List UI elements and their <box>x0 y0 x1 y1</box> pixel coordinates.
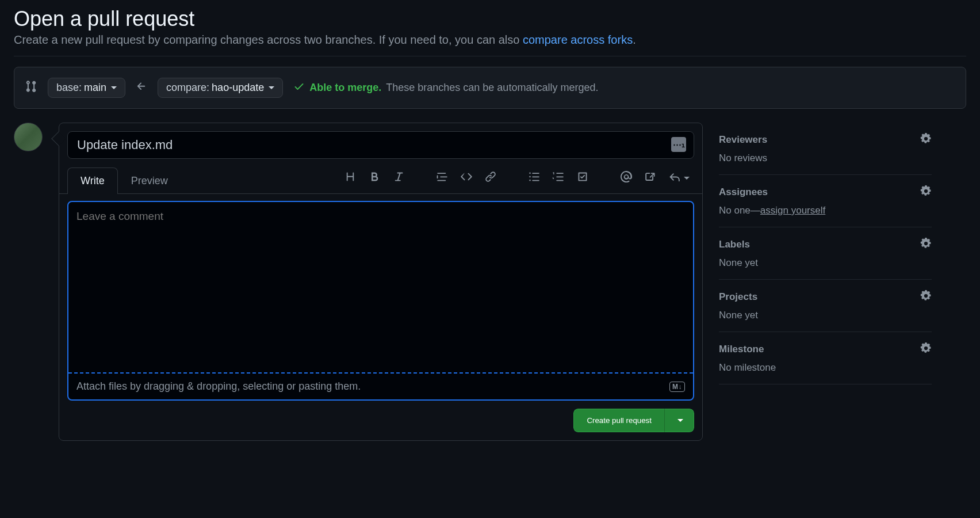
projects-section: Projects None yet <box>719 280 932 332</box>
git-compare-icon <box>25 80 37 96</box>
compare-branch-button[interactable]: compare: hao-update <box>158 78 283 98</box>
gear-icon[interactable] <box>920 342 932 356</box>
tasklist-icon[interactable] <box>577 171 588 185</box>
sidebar: Reviewers No reviews Assignees No one—as… <box>719 123 932 384</box>
avatar[interactable] <box>14 123 43 151</box>
unordered-list-icon[interactable] <box>529 171 540 185</box>
compare-forks-link[interactable]: compare across forks <box>523 33 633 46</box>
reply-icon[interactable] <box>669 171 690 185</box>
assignees-value-prefix: No one— <box>719 205 760 216</box>
create-pr-button[interactable]: Create pull request <box>573 409 664 432</box>
projects-value: None yet <box>719 310 932 321</box>
assignees-title: Assignees <box>719 186 768 198</box>
labels-title: Labels <box>719 239 750 250</box>
ordered-list-icon[interactable] <box>553 171 564 185</box>
page-subtitle: Create a new pull request by comparing c… <box>14 33 966 47</box>
labels-section: Labels None yet <box>719 227 932 280</box>
link-icon[interactable] <box>485 171 496 185</box>
gear-icon[interactable] <box>920 185 932 199</box>
comment-textarea-wrap: Attach files by dragging & dropping, sel… <box>67 201 694 401</box>
subtitle-text: Create a new pull request by comparing c… <box>14 33 523 46</box>
arrow-left-icon <box>136 81 147 95</box>
markdown-badge-icon[interactable]: M↓ <box>669 382 685 392</box>
milestone-title: Milestone <box>719 344 764 355</box>
merge-status: Able to merge. <box>309 82 381 94</box>
create-pr-dropdown-button[interactable] <box>664 409 694 432</box>
bold-icon[interactable] <box>369 171 380 185</box>
comment-textarea[interactable] <box>68 202 693 370</box>
base-branch-name: main <box>84 82 106 94</box>
comment-box: ⋯₁ Write Preview <box>59 123 703 441</box>
create-pr-button-group: Create pull request <box>573 409 694 432</box>
heading-icon[interactable] <box>344 171 356 185</box>
attach-text: Attach files by dragging & dropping, sel… <box>76 380 361 393</box>
subtitle-suffix: . <box>633 33 636 46</box>
extension-icon[interactable]: ⋯₁ <box>671 137 686 152</box>
chevron-down-icon <box>111 86 117 89</box>
page-title: Open a pull request <box>14 7 966 31</box>
gear-icon[interactable] <box>920 133 932 147</box>
branch-compare-bar: base: main compare: hao-update Able to m… <box>14 67 966 109</box>
assignees-section: Assignees No one—assign yourself <box>719 175 932 227</box>
chevron-down-icon <box>684 177 690 180</box>
quote-icon[interactable] <box>437 171 448 185</box>
compare-label: compare: <box>166 82 209 94</box>
tab-write[interactable]: Write <box>67 167 118 194</box>
gear-icon[interactable] <box>920 290 932 304</box>
check-icon <box>293 81 305 95</box>
assign-yourself-link[interactable]: assign yourself <box>760 205 825 216</box>
code-icon[interactable] <box>461 171 472 185</box>
labels-value: None yet <box>719 257 932 269</box>
milestone-value: No milestone <box>719 362 932 374</box>
gear-icon[interactable] <box>920 238 932 252</box>
milestone-section: Milestone No milestone <box>719 332 932 384</box>
italic-icon[interactable] <box>393 171 404 185</box>
tab-row: Write Preview <box>59 167 702 194</box>
base-label: base: <box>56 82 82 94</box>
tab-preview[interactable]: Preview <box>118 167 181 194</box>
reviewers-title: Reviewers <box>719 134 767 146</box>
chevron-down-icon <box>269 86 274 89</box>
markdown-toolbar <box>344 171 694 189</box>
reviewers-section: Reviewers No reviews <box>719 123 932 175</box>
header-divider <box>14 56 966 56</box>
chevron-down-icon <box>677 419 683 422</box>
cross-reference-icon[interactable] <box>645 171 656 185</box>
assignees-value: No one—assign yourself <box>719 205 932 216</box>
projects-title: Projects <box>719 291 757 303</box>
pr-title-input[interactable] <box>67 131 694 159</box>
compare-branch-name: hao-update <box>212 82 264 94</box>
attach-row[interactable]: Attach files by dragging & dropping, sel… <box>68 374 693 399</box>
merge-status-text: These branches can be automatically merg… <box>386 82 598 94</box>
reviewers-value: No reviews <box>719 153 932 164</box>
base-branch-button[interactable]: base: main <box>48 78 125 98</box>
mention-icon[interactable] <box>621 171 632 185</box>
